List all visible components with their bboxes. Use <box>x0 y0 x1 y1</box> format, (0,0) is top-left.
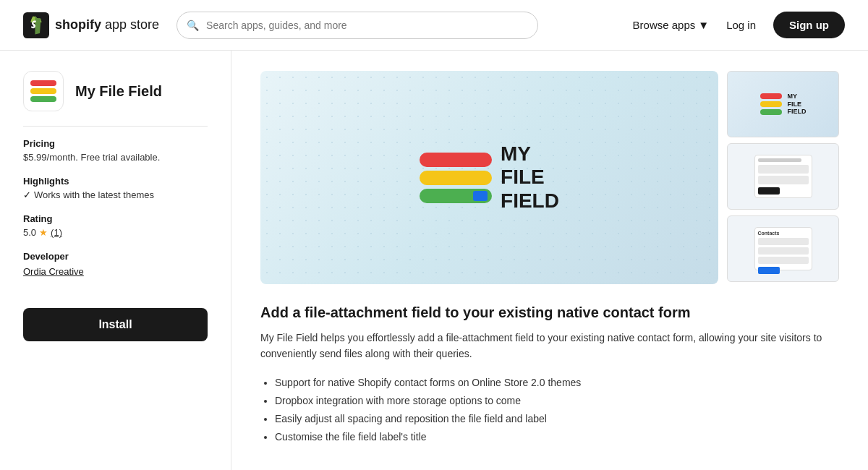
rating-value: 5.0 <box>23 227 36 238</box>
main-screenshot[interactable]: MY FILE FIELD <box>260 71 718 284</box>
header: shopify app store 🔍 Browse apps ▼ Log in… <box>0 0 868 51</box>
highlight-item: ✓ Works with the latest themes <box>23 189 208 200</box>
thumbnail-3[interactable]: Contacts <box>727 215 839 282</box>
feature-item-2: Dropbox integration with more storage op… <box>275 392 839 410</box>
thumb-form-2 <box>754 155 812 198</box>
nav-right: Browse apps ▼ Log in Sign up <box>633 12 845 38</box>
screenshots-area: MY FILE FIELD MYFILEFI <box>260 71 839 284</box>
star-icon: ★ <box>39 227 48 238</box>
thumb-mini-bars <box>760 93 782 115</box>
thumbnails: MYFILEFIELD Contacts <box>727 71 839 284</box>
app-name: My File Field <box>75 83 162 100</box>
rating-label: Rating <box>23 213 208 224</box>
developer-section: Developer Ordia Creative <box>23 251 208 278</box>
developer-link[interactable]: Ordia Creative <box>23 266 84 277</box>
sidebar: My File Field Pricing $5.99/month. Free … <box>0 51 231 470</box>
developer-label: Developer <box>23 251 208 262</box>
logo-text: shopify app store <box>55 17 159 33</box>
search-input[interactable] <box>176 12 538 39</box>
rating-row: 5.0 ★ (1) <box>23 227 208 238</box>
chevron-down-icon: ▼ <box>698 19 709 31</box>
shopify-logo-icon <box>23 12 49 38</box>
main-content: My File Field Pricing $5.99/month. Free … <box>0 51 868 470</box>
search-bar: 🔍 <box>176 12 538 39</box>
features-list: Support for native Shopify contact forms… <box>260 374 839 447</box>
highlights-label: Highlights <box>23 176 208 187</box>
logo: shopify app store <box>23 12 159 38</box>
thumb-form-3: Contacts <box>754 227 812 270</box>
pricing-section: Pricing $5.99/month. Free trial availabl… <box>23 138 208 163</box>
logo-bar-yellow <box>420 171 492 185</box>
pricing-label: Pricing <box>23 138 208 149</box>
logo-title: MY FILE FIELD <box>501 142 559 213</box>
icon-bar-red <box>30 80 56 86</box>
feature-item-4: Customise the file field label's title <box>275 428 839 446</box>
app-icon <box>23 71 64 111</box>
logo-bar-red <box>420 153 492 167</box>
logo-bars <box>420 153 492 203</box>
install-button[interactable]: Install <box>23 308 208 341</box>
rating-section: Rating 5.0 ★ (1) <box>23 213 208 238</box>
app-header: My File Field <box>23 71 208 111</box>
highlights-section: Highlights ✓ Works with the latest theme… <box>23 176 208 200</box>
browse-apps-button[interactable]: Browse apps ▼ <box>633 19 710 31</box>
feature-item-3: Easily adjust all spacing and reposition… <box>275 410 839 428</box>
signup-button[interactable]: Sign up <box>773 12 845 38</box>
description-title: Add a file-attachment field to your exis… <box>260 304 839 321</box>
content-area: MY FILE FIELD MYFILEFI <box>231 51 868 470</box>
login-button[interactable]: Log in <box>726 19 756 31</box>
description-text: My File Field helps you effortlessly add… <box>260 330 839 362</box>
app-logo-display: MY FILE FIELD <box>420 142 559 213</box>
thumbnail-2[interactable] <box>727 143 839 210</box>
highlight-text: Works with the latest themes <box>34 189 154 200</box>
pricing-value: $5.99/month. Free trial available. <box>23 152 208 163</box>
search-icon: 🔍 <box>187 20 199 31</box>
thumbnail-1[interactable]: MYFILEFIELD <box>727 71 839 137</box>
logo-bar-green <box>420 189 492 203</box>
feature-item-1: Support for native Shopify contact forms… <box>275 374 839 392</box>
rating-count-link[interactable]: (1) <box>51 227 62 238</box>
divider <box>23 126 208 127</box>
checkmark-icon: ✓ <box>23 189 31 200</box>
icon-bar-green <box>30 96 56 102</box>
icon-bar-yellow <box>30 88 56 94</box>
